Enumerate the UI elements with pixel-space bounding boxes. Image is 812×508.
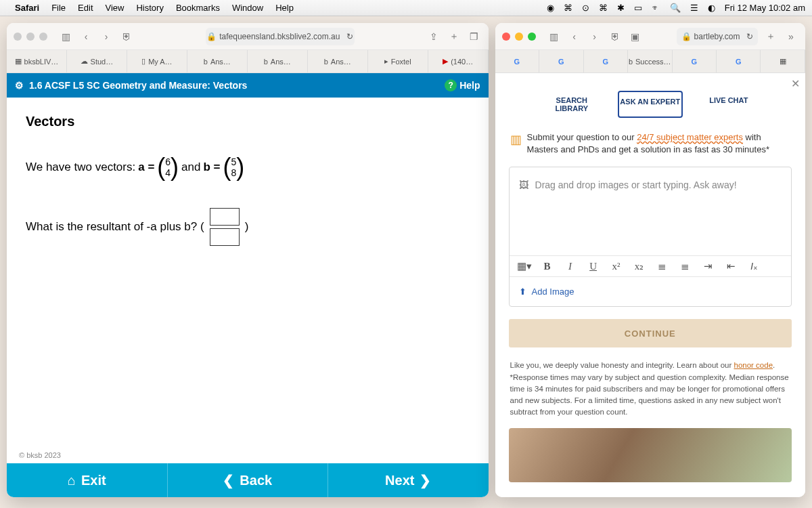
ext-icon[interactable]: ▣	[628, 29, 643, 44]
menu-edit[interactable]: Edit	[78, 3, 93, 13]
traffic-max-icon[interactable]	[528, 33, 536, 41]
reload-icon[interactable]: ↻	[346, 32, 353, 41]
status-bluetooth-icon[interactable]: ✱	[617, 3, 625, 13]
status-search-icon[interactable]: 🔍	[670, 3, 681, 13]
sidebar-toggle-icon[interactable]: ▥	[547, 29, 562, 44]
shield-icon[interactable]: ⛨	[119, 29, 134, 44]
address-bar[interactable]: 🔒 bartleby.com ↻	[677, 28, 758, 45]
tab-success[interactable]: bSuccess…	[628, 50, 672, 72]
status-battery-icon[interactable]: ▭	[634, 3, 642, 13]
question-placeholder[interactable]: 🖼 Drag and drop images or start typing. …	[510, 167, 791, 255]
help-button[interactable]: ? Help	[445, 79, 480, 91]
tab-ans2[interactable]: bAns…	[248, 50, 308, 72]
tab-google5[interactable]: G	[717, 50, 761, 72]
vectors-definition: We have two vectors: a = ( 64 ) and b = …	[26, 154, 470, 181]
italic-button[interactable]: I	[562, 261, 579, 272]
tabs-icon[interactable]: ❐	[467, 29, 482, 44]
menu-file[interactable]: File	[51, 3, 66, 13]
traffic-min-icon[interactable]	[515, 33, 523, 41]
status-loom-icon[interactable]: ⌘	[564, 3, 572, 13]
tab-ans1[interactable]: bAns…	[187, 50, 248, 72]
back-button[interactable]: ❮Back	[168, 463, 329, 497]
tab-ask-expert[interactable]: ASK AN EXPERT	[618, 91, 683, 118]
exit-button[interactable]: ⌂Exit	[7, 463, 168, 497]
nav-fwd-icon[interactable]: ›	[587, 29, 602, 44]
question-input-box[interactable]: 🖼 Drag and drop images or start typing. …	[509, 167, 792, 307]
lesson-header: ⚙ 1.6 ACSF L5 SC Geometry and Measure: V…	[7, 73, 489, 98]
gear-icon[interactable]: ⚙	[15, 80, 24, 91]
status-play-icon[interactable]: ⊙	[582, 3, 589, 13]
close-icon[interactable]: ✕	[791, 77, 800, 90]
nav-fwd-icon[interactable]: ›	[99, 29, 114, 44]
tab-google4[interactable]: G	[673, 50, 717, 72]
indent-button[interactable]: ⇥	[700, 260, 717, 272]
status-grammarly-icon[interactable]: ◉	[547, 3, 554, 13]
clear-format-button[interactable]: Iₓ	[746, 260, 763, 272]
tab-misc[interactable]: ▦	[761, 50, 805, 72]
continue-button[interactable]: CONTINUE	[509, 319, 792, 347]
tab-ans3[interactable]: bAns…	[308, 50, 368, 72]
menu-window[interactable]: Window	[232, 3, 263, 13]
outdent-button[interactable]: ⇤	[723, 260, 740, 272]
menubar-clock[interactable]: Fri 12 May 10:02 am	[725, 3, 805, 13]
tab-live-chat[interactable]: LIVE CHAT	[696, 91, 761, 118]
shield-icon[interactable]: ⛨	[608, 29, 623, 44]
menu-help[interactable]: Help	[275, 3, 294, 13]
image-icon: 🖼	[519, 179, 528, 190]
status-siri-icon[interactable]: ◐	[708, 3, 715, 13]
tab-search-library[interactable]: SEARCH LIBRARY	[539, 91, 604, 118]
safari-window-bksb: ▥ ‹ › ⛨ 🔒 tafequeensland.bksblive2.com.a…	[7, 23, 489, 497]
honor-code-link[interactable]: honor code	[734, 361, 773, 369]
newtab-icon[interactable]: ＋	[763, 29, 778, 44]
cloud-icon: ☁	[81, 57, 88, 66]
traffic-close-icon[interactable]	[14, 33, 22, 41]
bold-button[interactable]: B	[539, 261, 556, 272]
question-resultant: What is the resultant of -a plus b? ( )	[26, 208, 470, 246]
tab-google1[interactable]: G	[495, 50, 539, 72]
traffic-max-icon[interactable]	[39, 33, 47, 41]
menu-view[interactable]: View	[106, 3, 125, 13]
lesson-footer: ⌂Exit ❮Back Next❯	[7, 463, 489, 497]
grid-icon: ▦	[15, 57, 22, 66]
doc-icon: ▯	[141, 57, 145, 66]
bullet-list-button[interactable]: ≣	[654, 260, 671, 272]
number-list-button[interactable]: ≣	[677, 260, 694, 272]
add-image-button[interactable]: ⬆ Add Image	[510, 276, 791, 306]
tab-mya[interactable]: ▯My A…	[127, 50, 187, 72]
table-icon[interactable]: ▦▾	[516, 260, 533, 272]
tab-google2[interactable]: G	[539, 50, 583, 72]
tab-stud[interactable]: ☁Stud…	[67, 50, 127, 72]
tab-bksbliv[interactable]: ▦bksbLIV…	[7, 50, 67, 72]
menu-history[interactable]: History	[136, 3, 163, 13]
browser-toolbar: ▥ ‹ › ⛨ ▣ 🔒 bartleby.com ↻ ＋ »	[495, 23, 805, 50]
tab-foxtel[interactable]: ▸Foxtel	[368, 50, 428, 72]
share-icon[interactable]: ⇪	[426, 29, 441, 44]
upload-icon: ⬆	[519, 287, 526, 297]
tabs-overflow-icon[interactable]: »	[784, 29, 798, 44]
subscript-button[interactable]: x₂	[631, 260, 648, 272]
next-button[interactable]: Next❯	[328, 463, 489, 497]
reload-icon[interactable]: ↻	[746, 32, 753, 41]
underline-button[interactable]: U	[585, 261, 602, 272]
answer-top-input[interactable]	[210, 208, 240, 226]
bartleby-b-icon: b	[204, 58, 208, 66]
tab-140[interactable]: ▶(140…	[428, 50, 489, 72]
nav-back-icon[interactable]: ‹	[78, 29, 93, 44]
answer-bottom-input[interactable]	[210, 228, 240, 246]
newtab-icon[interactable]: ＋	[447, 29, 461, 44]
status-wifi-icon[interactable]: ᯤ	[652, 3, 660, 13]
bartleby-page: ✕ SEARCH LIBRARY ASK AN EXPERT LIVE CHAT…	[495, 73, 805, 497]
status-fan-icon[interactable]: ⌘	[599, 3, 608, 13]
traffic-close-icon[interactable]	[502, 33, 510, 41]
traffic-min-icon[interactable]	[26, 33, 35, 41]
superscript-button[interactable]: x²	[608, 261, 625, 272]
address-bar[interactable]: 🔒 tafequeensland.bksblive2.com.au ↻	[206, 28, 355, 45]
tab-google3[interactable]: G	[584, 50, 628, 72]
help-label: Help	[459, 80, 480, 91]
status-control-icon[interactable]: ☰	[690, 3, 698, 13]
nav-back-icon[interactable]: ‹	[567, 29, 582, 44]
bartleby-b-icon: b	[264, 58, 268, 66]
menu-bookmarks[interactable]: Bookmarks	[176, 3, 220, 13]
sidebar-toggle-icon[interactable]: ▥	[58, 29, 73, 44]
menu-app[interactable]: Safari	[15, 3, 39, 13]
